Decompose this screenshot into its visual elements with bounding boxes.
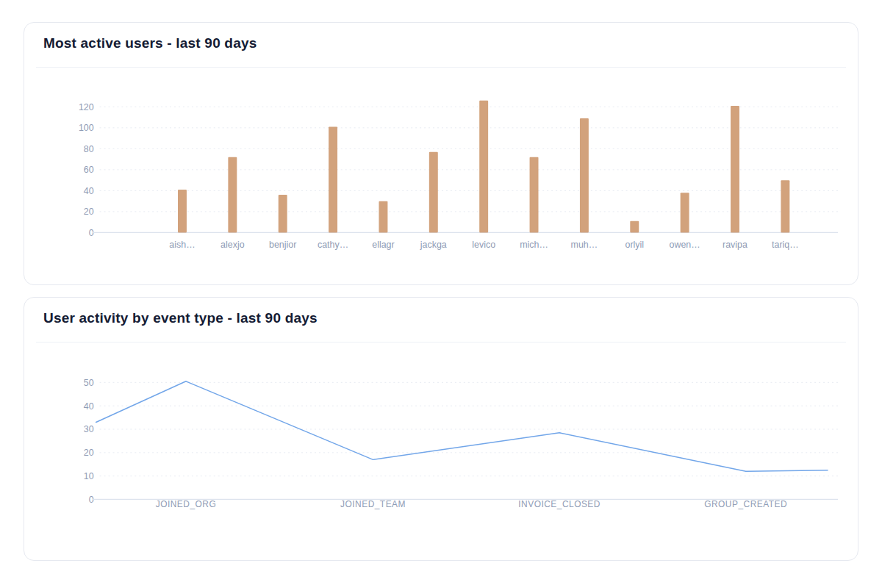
- y-tick-label: 60: [84, 165, 94, 175]
- x-tick-label: levico: [472, 240, 495, 250]
- y-tick-label: 100: [79, 123, 94, 133]
- y-tick-label: 80: [84, 144, 94, 154]
- x-tick-label: cathy…: [318, 240, 348, 250]
- bar-11: [731, 106, 739, 232]
- bar-12: [781, 180, 789, 232]
- y-tick-label: 10: [84, 471, 94, 481]
- x-tick-label: aish…: [169, 240, 195, 250]
- card-most-active-users: Most active users - last 90 days 0204060…: [24, 22, 858, 285]
- bar-9: [630, 221, 639, 233]
- bar-7: [530, 157, 539, 233]
- y-tick-label: 30: [84, 424, 94, 434]
- x-tick-label: JOINED_ORG: [156, 499, 216, 509]
- bar-10: [681, 193, 689, 232]
- bar-chart-canvas: 020406080100120aish…alexjobenjiorcathy…e…: [24, 23, 858, 284]
- x-tick-label: owen…: [670, 240, 700, 250]
- bar-3: [329, 126, 337, 232]
- y-tick-label: 40: [84, 401, 94, 412]
- y-tick-label: 20: [84, 207, 94, 217]
- bar-1: [228, 157, 237, 233]
- x-tick-label: jackga: [420, 240, 447, 250]
- bar-5: [429, 152, 438, 233]
- activity-line: [96, 381, 828, 472]
- x-tick-label: benjior: [269, 240, 296, 250]
- bar-8: [580, 118, 589, 232]
- x-tick-label: INVOICE_CLOSED: [518, 499, 600, 509]
- x-tick-label: ravipa: [723, 240, 747, 250]
- card-user-activity-by-event-type: User activity by event type - last 90 da…: [24, 297, 858, 561]
- x-tick-label: mich…: [520, 240, 548, 250]
- x-tick-label: GROUP_CREATED: [704, 499, 787, 509]
- y-tick-label: 20: [84, 448, 94, 458]
- x-tick-label: orlyil: [625, 240, 644, 250]
- x-tick-label: alexjo: [220, 240, 245, 250]
- bar-0: [178, 190, 187, 232]
- line-chart-user-activity: 01020304050JOINED_ORGJOINED_TEAMINVOICE_…: [24, 298, 858, 560]
- x-tick-label: tariq…: [772, 240, 799, 250]
- bar-2: [279, 195, 287, 232]
- bar-4: [379, 201, 387, 233]
- x-tick-label: JOINED_TEAM: [340, 499, 406, 509]
- line-chart-canvas: 01020304050JOINED_ORGJOINED_TEAMINVOICE_…: [24, 298, 858, 560]
- x-tick-label: muh…: [571, 240, 598, 250]
- dashboard-page: { "cards": [ { "title": "Most active use…: [0, 0, 882, 588]
- x-tick-label: ellagr: [372, 240, 394, 250]
- bar-chart-most-active-users: 020406080100120aish…alexjobenjiorcathy…e…: [24, 23, 858, 284]
- bar-6: [479, 101, 488, 233]
- y-tick-label: 120: [79, 102, 94, 112]
- y-tick-label: 40: [84, 186, 94, 196]
- y-tick-label: 50: [84, 378, 94, 388]
